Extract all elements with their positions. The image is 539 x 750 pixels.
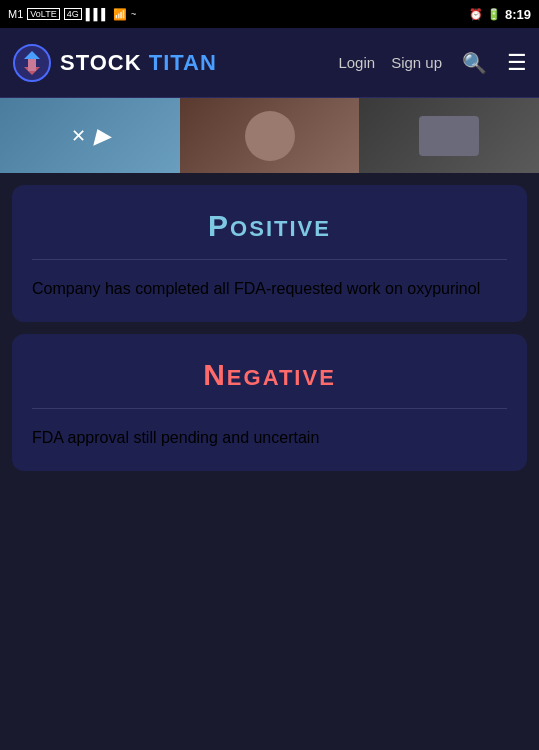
negative-title-letter: N xyxy=(203,358,227,391)
positive-title-rest: OSITIVE xyxy=(230,216,331,241)
alarm-icon: ⏰ xyxy=(469,8,483,21)
negative-bullet-list: FDA approval still pending and uncertain xyxy=(32,429,507,447)
logo-text: STOCK TITAN xyxy=(60,50,217,76)
status-bar: M1 VoLTE 4G ▌▌▌ 📶 ~ ⏰ 🔋 8:19 xyxy=(0,0,539,28)
ad-section-1: ✕ ▶ xyxy=(0,98,180,173)
battery-icon: 🔋 xyxy=(487,8,501,21)
negative-title: NEGATIVE xyxy=(32,358,507,392)
search-icon[interactable]: 🔍 xyxy=(458,47,491,79)
ad-section-2 xyxy=(180,98,360,173)
ad-section-3 xyxy=(359,98,539,173)
content-area: POSITIVE Company has completed all FDA-r… xyxy=(0,173,539,495)
logo-container: STOCK TITAN xyxy=(12,43,338,83)
positive-title: POSITIVE xyxy=(32,209,507,243)
hamburger-icon[interactable]: ☰ xyxy=(507,50,527,76)
time-display: 8:19 xyxy=(505,7,531,22)
ad-banner: ✕ ▶ xyxy=(0,98,539,173)
logo-icon xyxy=(12,43,52,83)
negative-title-rest: EGATIVE xyxy=(227,365,336,390)
negative-card: NEGATIVE FDA approval still pending and … xyxy=(12,334,527,471)
network-4g: 4G xyxy=(64,8,82,20)
status-left: M1 VoLTE 4G ▌▌▌ 📶 ~ xyxy=(8,8,136,21)
carrier-text: M1 xyxy=(8,8,23,20)
positive-bullet-list: Company has completed all FDA-requested … xyxy=(32,280,507,298)
positive-card: POSITIVE Company has completed all FDA-r… xyxy=(12,185,527,322)
navbar: STOCK TITAN Login Sign up 🔍 ☰ xyxy=(0,28,539,98)
volte-icon: VoLTE xyxy=(27,8,59,20)
status-right: ⏰ 🔋 8:19 xyxy=(469,7,531,22)
navbar-links: Login Sign up 🔍 ☰ xyxy=(338,47,527,79)
wifi-icon: 📶 xyxy=(113,8,127,21)
signup-link[interactable]: Sign up xyxy=(391,54,442,71)
signal-icon: ▌▌▌ xyxy=(86,8,109,20)
login-link[interactable]: Login xyxy=(338,54,375,71)
positive-divider xyxy=(32,259,507,260)
extra-icon: ~ xyxy=(131,9,136,19)
negative-divider xyxy=(32,408,507,409)
positive-title-letter: P xyxy=(208,209,230,242)
